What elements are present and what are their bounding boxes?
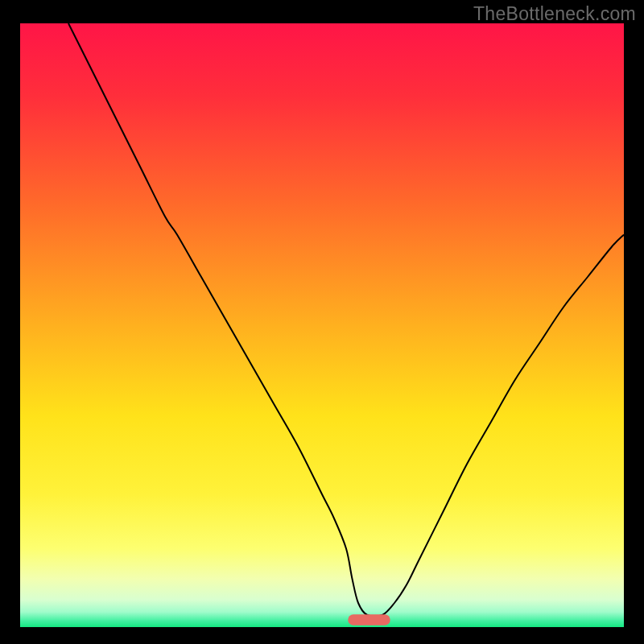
heat-background [20, 23, 624, 627]
chart-container: TheBottleneck.com [0, 0, 644, 644]
watermark-text: TheBottleneck.com [473, 3, 636, 25]
bottleneck-chart [20, 23, 624, 627]
optimal-marker [348, 614, 390, 625]
